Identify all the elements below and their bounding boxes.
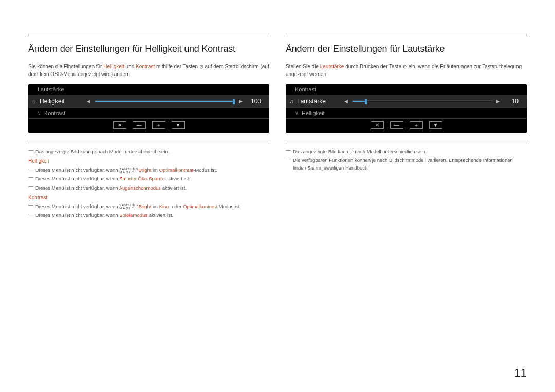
text: -Modus ist. bbox=[217, 203, 241, 209]
osd-value: 100 bbox=[246, 98, 264, 105]
triangle-left-icon: ◀ bbox=[84, 99, 94, 104]
osd-button-row: ✕ — ＋ ▼ bbox=[286, 118, 527, 133]
text: aktiviert ist. bbox=[147, 212, 173, 218]
note-line: Dieses Menü ist nicht verfügbar, wenn Sm… bbox=[28, 175, 269, 182]
osd-minus-button[interactable]: — bbox=[133, 121, 146, 129]
note-line: Dieses Menü ist nicht verfügbar, wenn Au… bbox=[28, 184, 269, 192]
text: im bbox=[151, 203, 159, 209]
osd-value: 10 bbox=[503, 98, 522, 105]
right-footnotes: Das angezeigte Bild kann je nach Modell … bbox=[286, 142, 527, 172]
note-line: Dieses Menü ist nicht verfügbar, wenn SA… bbox=[28, 202, 269, 210]
osd-item-above: ∧Lautstärke bbox=[28, 84, 269, 95]
slider-handle[interactable] bbox=[233, 99, 235, 104]
term: Optimalkontrast bbox=[159, 167, 194, 173]
osd-close-button[interactable]: ✕ bbox=[371, 121, 384, 129]
left-column: Ändern der Einstellungen für Helligkeit … bbox=[28, 36, 269, 220]
sun-icon: ☼ bbox=[28, 98, 36, 104]
osd-down-button[interactable]: ▼ bbox=[429, 121, 442, 129]
osd-below-label: Helligkeit bbox=[302, 110, 325, 116]
samsung-magic-logo: SAMSUNGMAGIC bbox=[119, 167, 138, 174]
osd-slider[interactable] bbox=[352, 99, 492, 104]
note-line: Dieses Menü ist nicht verfügbar, wenn SA… bbox=[28, 166, 269, 174]
chevron-down-icon: ∨ bbox=[38, 110, 41, 116]
text: mithilfe der Tasten bbox=[155, 64, 199, 69]
sub-heading-brightness: Helligkeit bbox=[28, 158, 269, 164]
osd-below-label: Kontrast bbox=[44, 110, 65, 116]
osd-button-row: ✕ — ＋ ▼ bbox=[28, 118, 269, 133]
two-column-layout: Ändern der Einstellungen für Helligkeit … bbox=[28, 36, 527, 220]
slider-track bbox=[352, 100, 492, 102]
left-heading: Ändern der Einstellungen für Helligkeit … bbox=[28, 44, 269, 54]
osd-down-button[interactable]: ▼ bbox=[172, 121, 185, 129]
samsung-magic-logo: SAMSUNGMAGIC bbox=[119, 203, 138, 210]
text: - oder bbox=[169, 203, 183, 209]
right-intro: Stellen Sie die Lautstärke durch Drücken… bbox=[286, 63, 527, 78]
left-intro: Sie können die Einstellungen für Helligk… bbox=[28, 63, 269, 78]
text: Sie können die Einstellungen für bbox=[28, 64, 103, 69]
text: durch Drücken der Taste bbox=[344, 64, 402, 69]
osd-item-below: ∨Helligkeit bbox=[286, 107, 527, 118]
right-heading: Ändern der Einstellungen für Lautstärke bbox=[286, 44, 527, 54]
osd-above-label: Lautstärke bbox=[38, 86, 64, 92]
triangle-right-icon: ▶ bbox=[236, 99, 246, 104]
jog-button-icon: ⊙ bbox=[199, 64, 203, 69]
slider-fill bbox=[95, 101, 234, 102]
text: Stellen Sie die bbox=[286, 64, 320, 69]
slider-fill bbox=[353, 101, 366, 102]
text: Dieses Menü ist nicht verfügbar, wenn bbox=[35, 212, 119, 218]
text: Dieses Menü ist nicht verfügbar, wenn bbox=[35, 167, 119, 173]
osd-close-button[interactable]: ✕ bbox=[113, 121, 126, 129]
note-line: Dieses Menü ist nicht verfügbar, wenn Sp… bbox=[28, 211, 269, 219]
term: Bright bbox=[139, 203, 152, 209]
text: -Modus ist. bbox=[193, 167, 217, 173]
text: aktiviert ist. bbox=[161, 185, 187, 191]
osd-volume: ∧Kontrast ♫ Lautstärke ◀ ▶ 10 ∨Helligkei… bbox=[286, 84, 527, 133]
text: Dieses Menü ist nicht verfügbar, wenn bbox=[35, 203, 119, 209]
osd-label: Helligkeit bbox=[36, 98, 84, 105]
osd-plus-button[interactable]: ＋ bbox=[152, 121, 165, 129]
text: im bbox=[151, 167, 159, 173]
osd-above-label: Kontrast bbox=[295, 86, 316, 92]
osd-active-row: ♫ Lautstärke ◀ ▶ 10 bbox=[286, 95, 527, 107]
headphones-icon: ♫ bbox=[286, 98, 294, 104]
triangle-right-icon: ▶ bbox=[493, 99, 503, 104]
slider-handle[interactable] bbox=[365, 99, 367, 104]
osd-item-above: ∧Kontrast bbox=[286, 84, 527, 95]
term: Bright bbox=[139, 167, 152, 173]
osd-plus-button[interactable]: ＋ bbox=[410, 121, 423, 129]
osd-item-below: ∨Kontrast bbox=[28, 107, 269, 118]
osd-slider[interactable] bbox=[95, 99, 235, 104]
note-model-vary: Das angezeigte Bild kann je nach Modell … bbox=[286, 147, 527, 155]
term: Optimalkontrast bbox=[183, 203, 217, 209]
top-rule bbox=[28, 36, 269, 36]
term-brightness: Helligkeit bbox=[103, 64, 124, 69]
term: Kino bbox=[159, 203, 169, 209]
slider-track bbox=[95, 100, 235, 102]
text: aktiviert ist. bbox=[164, 176, 190, 181]
left-footnotes: Das angezeigte Bild kann je nach Modell … bbox=[28, 142, 269, 219]
top-rule bbox=[286, 36, 527, 36]
term-volume: Lautstärke bbox=[320, 64, 344, 69]
osd-active-row: ☼ Helligkeit ◀ ▶ 100 bbox=[28, 95, 269, 107]
triangle-left-icon: ◀ bbox=[341, 99, 351, 104]
jog-button-icon: ⊙ bbox=[403, 64, 407, 69]
chevron-down-icon: ∨ bbox=[295, 110, 299, 116]
note-functions-vary: Die verfügbaren Funktionen können je nac… bbox=[286, 156, 527, 172]
term: Smarter Öko-Sparm. bbox=[119, 176, 164, 181]
text: und bbox=[124, 64, 136, 69]
right-column: Ändern der Einstellungen für Lautstärke … bbox=[286, 36, 527, 220]
text: Dieses Menü ist nicht verfügbar, wenn bbox=[35, 176, 119, 181]
osd-brightness: ∧Lautstärke ☼ Helligkeit ◀ ▶ 100 ∨Kontra… bbox=[28, 84, 269, 133]
text: Dieses Menü ist nicht verfügbar, wenn bbox=[35, 185, 119, 191]
osd-minus-button[interactable]: — bbox=[390, 121, 403, 129]
term-contrast: Kontrast bbox=[136, 64, 155, 69]
term: Augenschonmodus bbox=[119, 185, 161, 191]
manual-page: Ändern der Einstellungen für Helligkeit … bbox=[0, 0, 555, 392]
osd-label: Lautstärke bbox=[294, 98, 341, 105]
sub-heading-contrast: Kontrast bbox=[28, 195, 269, 200]
page-number: 11 bbox=[514, 366, 527, 380]
term: Spielemodus bbox=[119, 212, 147, 218]
note-model-vary: Das angezeigte Bild kann je nach Modell … bbox=[28, 147, 269, 155]
